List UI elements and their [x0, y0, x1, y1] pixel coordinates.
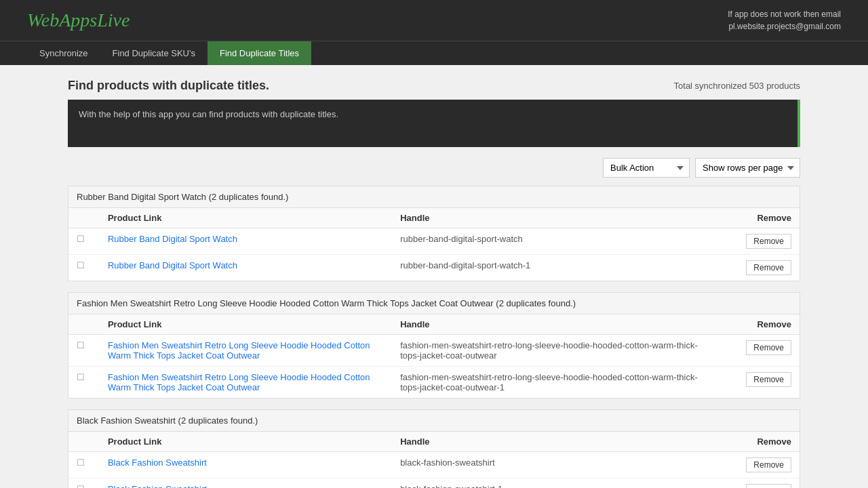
info-text: With the help of this app you can find p…: [79, 109, 338, 119]
logo-accent: Live: [97, 9, 130, 30]
product-link[interactable]: Fashion Men Sweatshirt Retro Long Sleeve…: [108, 372, 370, 392]
dup-group-2-header: Fashion Men Sweatshirt Retro Long Sleeve…: [68, 293, 800, 314]
col-link-header-3: Product Link: [100, 432, 392, 452]
handle-cell: black-fashion-sweatshirt-1: [392, 479, 721, 489]
nav-item-sku[interactable]: Find Duplicate SKU's: [100, 41, 208, 65]
handle-cell: rubber-band-digital-sport-watch: [392, 228, 721, 255]
product-link[interactable]: Black Fashion Sweatshirt: [108, 484, 207, 488]
handle-cell: fashion-men-sweatshirt-retro-long-sleeve…: [392, 367, 721, 399]
table-row: ☐ Fashion Men Sweatshirt Retro Long Slee…: [68, 335, 800, 367]
dup-group-1-title: Rubber Band Digital Sport Watch: [77, 192, 209, 202]
dup-group-1-table: Product Link Handle Remove ☐ Rubber Band…: [68, 208, 800, 281]
remove-button[interactable]: Remove: [746, 234, 791, 249]
handle-text: black-fashion-sweatshirt: [400, 458, 494, 468]
remove-button[interactable]: Remove: [746, 372, 791, 387]
product-link[interactable]: Rubber Band Digital Sport Watch: [108, 260, 237, 270]
header-email: If app does not work then email pl.websi…: [728, 8, 841, 33]
remove-cell: Remove: [721, 255, 800, 281]
product-link-cell: Black Fashion Sweatshirt: [100, 452, 392, 479]
header-email-line1: If app does not work then email: [728, 8, 841, 20]
checkbox-cell: ☐: [68, 255, 100, 281]
handle-text: black-fashion-sweatshirt-1: [400, 484, 502, 488]
toolbar: Bulk Action Delete Selected Show rows pe…: [68, 158, 800, 178]
dup-group-3-title: Black Fashion Sweatshirt: [77, 415, 178, 426]
dup-group-1-count: (2 duplicates found.): [209, 192, 289, 202]
product-link-cell: Black Fashion Sweatshirt: [100, 479, 392, 489]
col-handle-header-2: Handle: [392, 314, 721, 335]
table-row: ☐ Black Fashion Sweatshirt black-fashion…: [68, 479, 800, 489]
dup-group-2-title: Fashion Men Sweatshirt Retro Long Sleeve…: [77, 298, 496, 308]
handle-cell: rubber-band-digital-sport-watch-1: [392, 255, 721, 281]
col-check-2: [68, 314, 100, 335]
remove-cell: Remove: [721, 335, 800, 367]
col-check-3: [68, 432, 100, 452]
handle-text: rubber-band-digital-sport-watch: [400, 234, 523, 244]
handle-text: rubber-band-digital-sport-watch-1: [400, 260, 530, 270]
logo-main: WebApps: [27, 9, 97, 30]
remove-button[interactable]: Remove: [746, 260, 791, 275]
handle-text: fashion-men-sweatshirt-retro-long-sleeve…: [400, 372, 698, 392]
handle-text: fashion-men-sweatshirt-retro-long-sleeve…: [400, 340, 698, 361]
dup-group-2-table: Product Link Handle Remove ☐ Fashion Men…: [68, 314, 800, 398]
col-remove-header-3: Remove: [721, 432, 800, 452]
dup-group-3-table: Product Link Handle Remove ☐ Black Fashi…: [68, 432, 800, 488]
handle-cell: fashion-men-sweatshirt-retro-long-sleeve…: [392, 335, 721, 367]
handle-cell: black-fashion-sweatshirt: [392, 452, 721, 479]
product-link[interactable]: Fashion Men Sweatshirt Retro Long Sleeve…: [108, 340, 370, 361]
table-row: ☐ Black Fashion Sweatshirt black-fashion…: [68, 452, 800, 479]
main-content: Find products with duplicate titles. Tot…: [61, 65, 807, 488]
checkbox-cell: ☐: [68, 228, 100, 255]
dup-group-2: Fashion Men Sweatshirt Retro Long Sleeve…: [68, 292, 800, 399]
top-header: WebAppsLive If app does not work then em…: [0, 0, 868, 41]
product-link-cell: Rubber Band Digital Sport Watch: [100, 228, 392, 255]
rows-per-page-select[interactable]: Show rows per page 10 25 50 100: [695, 158, 800, 178]
info-box: With the help of this app you can find p…: [68, 100, 800, 147]
col-check-1: [68, 208, 100, 228]
remove-cell: Remove: [721, 479, 800, 489]
checkbox-cell: ☐: [68, 335, 100, 367]
remove-button[interactable]: Remove: [746, 340, 791, 355]
nav-item-titles[interactable]: Find Duplicate Titles: [208, 41, 311, 65]
col-handle-header-1: Handle: [392, 208, 721, 228]
col-link-header-1: Product Link: [100, 208, 392, 228]
remove-button[interactable]: Remove: [746, 458, 791, 472]
remove-cell: Remove: [721, 367, 800, 399]
col-link-header-2: Product Link: [100, 314, 392, 335]
page-title: Find products with duplicate titles.: [68, 79, 269, 93]
dup-group-2-count: (2 duplicates found.): [496, 298, 576, 308]
checkbox-cell: ☐: [68, 479, 100, 489]
dup-group-3-header: Black Fashion Sweatshirt (2 duplicates f…: [68, 410, 800, 432]
dup-group-3: Black Fashion Sweatshirt (2 duplicates f…: [68, 409, 800, 488]
table-row: ☐ Rubber Band Digital Sport Watch rubber…: [68, 255, 800, 281]
col-remove-header-1: Remove: [721, 208, 800, 228]
checkbox-cell: ☐: [68, 367, 100, 399]
dup-group-3-count: (2 duplicates found.): [178, 415, 258, 426]
nav-bar: Synchronize Find Duplicate SKU's Find Du…: [0, 41, 868, 65]
bulk-action-select[interactable]: Bulk Action Delete Selected: [603, 158, 690, 178]
logo: WebAppsLive: [27, 9, 130, 31]
col-remove-header-2: Remove: [721, 314, 800, 335]
dup-group-1: Rubber Band Digital Sport Watch (2 dupli…: [68, 186, 800, 281]
dup-group-1-header: Rubber Band Digital Sport Watch (2 dupli…: [68, 186, 800, 208]
product-link-cell: Fashion Men Sweatshirt Retro Long Sleeve…: [100, 335, 392, 367]
table-row: ☐ Fashion Men Sweatshirt Retro Long Slee…: [68, 367, 800, 399]
product-link[interactable]: Rubber Band Digital Sport Watch: [108, 234, 237, 244]
checkbox-cell: ☐: [68, 452, 100, 479]
col-handle-header-3: Handle: [392, 432, 721, 452]
header-email-line2: pl.website.projects@gmail.com: [728, 20, 841, 33]
remove-cell: Remove: [721, 228, 800, 255]
nav-item-synchronize[interactable]: Synchronize: [27, 41, 100, 65]
table-row: ☐ Rubber Band Digital Sport Watch rubber…: [68, 228, 800, 255]
product-link-cell: Fashion Men Sweatshirt Retro Long Sleeve…: [100, 367, 392, 399]
remove-cell: Remove: [721, 452, 800, 479]
remove-button[interactable]: Remove: [746, 484, 791, 488]
product-link-cell: Rubber Band Digital Sport Watch: [100, 255, 392, 281]
sync-count: Total synchronized 503 products: [674, 81, 800, 91]
product-link[interactable]: Black Fashion Sweatshirt: [108, 458, 207, 468]
page-title-row: Find products with duplicate titles. Tot…: [68, 79, 800, 93]
